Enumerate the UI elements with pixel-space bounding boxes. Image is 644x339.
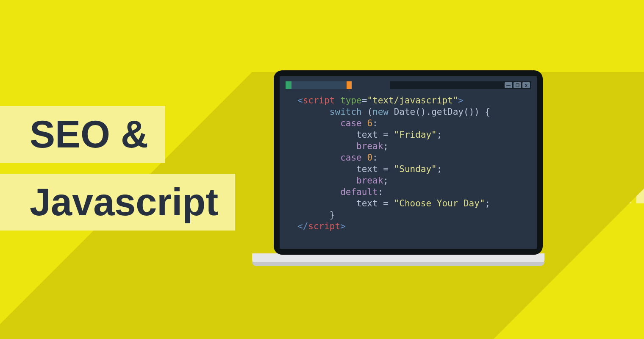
laptop-base xyxy=(252,253,544,266)
minimize-icon[interactable]: — xyxy=(505,82,512,88)
headline-line-2: Javascript xyxy=(0,174,235,231)
titlebar-tab xyxy=(291,81,347,89)
maximize-icon[interactable]: ❐ xyxy=(514,82,521,88)
laptop-bezel: — ❐ x <script type="text/javascript"> sw… xyxy=(274,70,543,255)
titlebar-accent-orange xyxy=(347,81,352,89)
code-editor-screen: — ❐ x <script type="text/javascript"> sw… xyxy=(280,76,537,249)
titlebar-accent-green xyxy=(286,81,291,89)
code-block: <script type="text/javascript"> switch (… xyxy=(297,95,528,232)
editor-titlebar: — ❐ x xyxy=(286,81,531,89)
close-icon[interactable]: x xyxy=(522,82,530,88)
headline-line-1: SEO & xyxy=(0,106,165,163)
titlebar-address: — ❐ x xyxy=(390,81,531,89)
